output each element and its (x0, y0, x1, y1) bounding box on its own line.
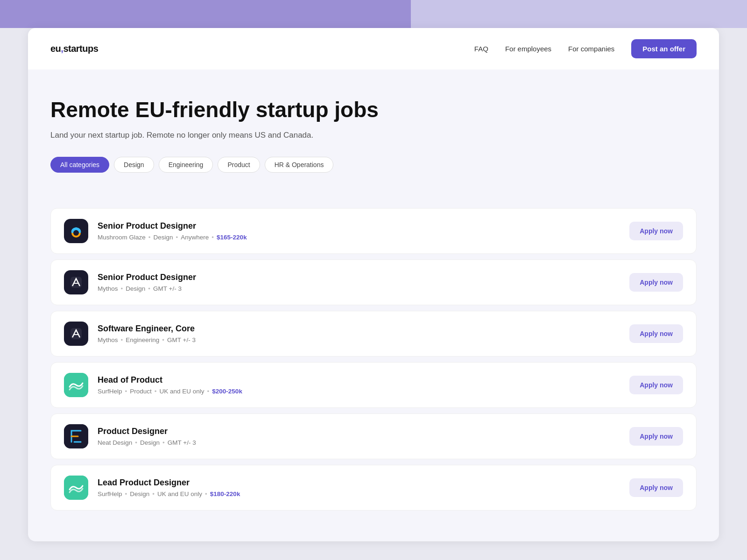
filter-product[interactable]: Product (218, 157, 260, 173)
job-title-3: Software Engineer, Core (98, 324, 620, 334)
company-name-3: Mythos (98, 336, 118, 343)
job-card-6: Lead Product Designer SurfHelp • Design … (50, 465, 697, 511)
job-meta-6: SurfHelp • Design • UK and EU only • $18… (98, 490, 620, 497)
job-title-1: Senior Product Designer (98, 221, 620, 231)
location-5: GMT +/- 3 (168, 439, 196, 446)
category-1: Design (154, 234, 173, 241)
salary-6: $180-220k (210, 490, 240, 497)
location-4: UK and EU only (160, 388, 204, 395)
nav-companies[interactable]: For companies (568, 45, 614, 53)
apply-button-5[interactable]: Apply now (629, 427, 683, 446)
job-meta-2: Mythos • Design • GMT +/- 3 (98, 285, 620, 292)
company-name-1: Mushroom Glaze (98, 234, 146, 241)
job-meta-5: Neat Design • Design • GMT +/- 3 (98, 439, 620, 446)
logo-comma: , (61, 43, 63, 54)
category-5: Design (140, 439, 160, 446)
location-1: Anywhere (181, 234, 209, 241)
job-info-1: Senior Product Designer Mushroom Glaze •… (98, 221, 620, 241)
job-card-2: Senior Product Designer Mythos • Design … (50, 259, 697, 305)
salary-1: $165-220k (217, 234, 247, 241)
category-3: Engineering (126, 336, 159, 343)
nav-links: FAQ For employees For companies Post an … (474, 39, 697, 58)
job-info-3: Software Engineer, Core Mythos • Enginee… (98, 324, 620, 343)
location-3: GMT +/- 3 (167, 336, 196, 343)
company-logo-6 (64, 476, 88, 500)
company-name-5: Neat Design (98, 439, 132, 446)
job-listings: Senior Product Designer Mushroom Glaze •… (28, 208, 719, 533)
filter-engineering[interactable]: Engineering (159, 157, 213, 173)
job-title-6: Lead Product Designer (98, 478, 620, 488)
nav-employees[interactable]: For employees (505, 45, 551, 53)
job-title-2: Senior Product Designer (98, 273, 620, 282)
bg-right (411, 0, 747, 28)
job-card-1: Senior Product Designer Mushroom Glaze •… (50, 208, 697, 254)
location-2: GMT +/- 3 (153, 285, 182, 292)
post-offer-button[interactable]: Post an offer (631, 39, 697, 58)
apply-button-1[interactable]: Apply now (629, 222, 683, 240)
logo[interactable]: eu,startups (50, 43, 98, 54)
hero-subtitle: Land your next startup job. Remote no lo… (50, 131, 697, 140)
category-4: Product (130, 388, 152, 395)
job-meta-4: SurfHelp • Product • UK and EU only • $2… (98, 388, 620, 395)
company-logo-3 (64, 322, 88, 346)
apply-button-3[interactable]: Apply now (629, 324, 683, 343)
job-card-5: Product Designer Neat Design • Design • … (50, 413, 697, 459)
location-6: UK and EU only (157, 490, 202, 497)
filter-design[interactable]: Design (114, 157, 154, 173)
job-info-6: Lead Product Designer SurfHelp • Design … (98, 478, 620, 497)
apply-button-6[interactable]: Apply now (629, 478, 683, 497)
apply-button-4[interactable]: Apply now (629, 376, 683, 394)
nav-faq[interactable]: FAQ (474, 45, 488, 53)
company-logo-5 (64, 424, 88, 448)
navbar: eu,startups FAQ For employees For compan… (28, 28, 719, 70)
filter-all-categories[interactable]: All categories (50, 157, 109, 173)
job-card-4: Head of Product SurfHelp • Product • UK … (50, 362, 697, 408)
bg-left (0, 0, 411, 28)
filter-hr-operations[interactable]: HR & Operations (265, 157, 334, 173)
apply-button-2[interactable]: Apply now (629, 273, 683, 292)
job-meta-3: Mythos • Engineering • GMT +/- 3 (98, 336, 620, 343)
salary-4: $200-250k (212, 388, 242, 395)
job-info-2: Senior Product Designer Mythos • Design … (98, 273, 620, 292)
job-info-4: Head of Product SurfHelp • Product • UK … (98, 375, 620, 395)
job-meta-1: Mushroom Glaze • Design • Anywhere • $16… (98, 234, 620, 241)
job-info-5: Product Designer Neat Design • Design • … (98, 427, 620, 446)
bg-decoration (0, 0, 747, 28)
svg-point-1 (73, 230, 79, 236)
hero-title: Remote EU-friendly startup jobs (50, 98, 697, 122)
company-logo-4 (64, 373, 88, 397)
job-title-4: Head of Product (98, 375, 620, 385)
page-card: eu,startups FAQ For employees For compan… (28, 28, 719, 541)
job-card-3: Software Engineer, Core Mythos • Enginee… (50, 311, 697, 357)
hero-section: Remote EU-friendly startup jobs Land you… (28, 70, 719, 208)
company-name-2: Mythos (98, 285, 118, 292)
company-name-6: SurfHelp (98, 490, 122, 497)
company-name-4: SurfHelp (98, 388, 122, 395)
category-2: Design (126, 285, 145, 292)
job-title-5: Product Designer (98, 427, 620, 436)
category-6: Design (130, 490, 149, 497)
category-filters: All categories Design Engineering Produc… (50, 157, 697, 173)
company-logo-1 (64, 219, 88, 243)
company-logo-2 (64, 270, 88, 294)
